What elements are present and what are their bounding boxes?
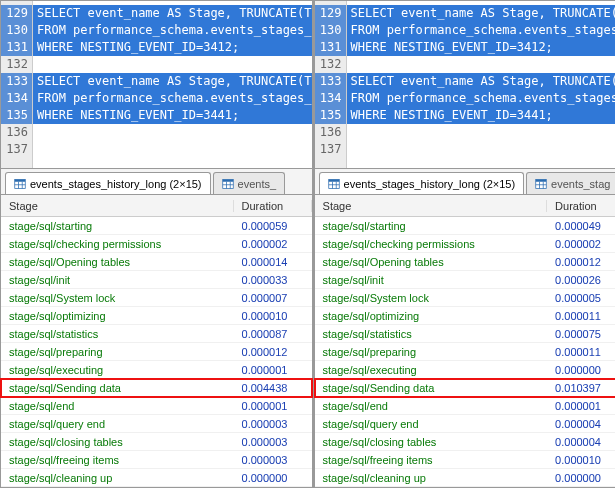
result-tab[interactable]: events_stages_history_long (2×15) [319, 172, 525, 194]
table-row[interactable]: stage/sql/optimizing0.000011 [315, 307, 615, 325]
result-tabs-left: events_stages_history_long (2×15)events_ [1, 169, 312, 195]
line-number: 130 [315, 22, 346, 39]
code-line[interactable] [33, 56, 312, 73]
code-line[interactable] [347, 56, 615, 73]
cell-stage: stage/sql/optimizing [315, 310, 548, 322]
cell-stage: stage/sql/freeing items [315, 454, 548, 466]
table-row[interactable]: stage/sql/init0.000026 [315, 271, 615, 289]
cell-duration: 0.000000 [547, 364, 615, 376]
table-icon [14, 178, 26, 190]
table-row[interactable]: stage/sql/freeing items0.000003 [1, 451, 312, 469]
table-row[interactable]: stage/sql/Sending data0.010397 [315, 379, 615, 397]
table-row[interactable]: stage/sql/starting0.000049 [315, 217, 615, 235]
code-area[interactable]: SELECT event_name AS Stage, TRUNCATE(TFR… [347, 1, 615, 168]
line-gutter: 129130131132133134135136137 [1, 1, 33, 168]
line-number: 134 [1, 90, 32, 107]
line-number: 132 [1, 56, 32, 73]
cell-duration: 0.000001 [234, 400, 312, 412]
cell-duration: 0.000010 [547, 454, 615, 466]
code-line[interactable]: SELECT event_name AS Stage, TRUNCATE(T [347, 73, 615, 90]
col-stage[interactable]: Stage [1, 200, 234, 212]
right-pane: 129130131132133134135136137 SELECT event… [313, 0, 615, 488]
table-row[interactable]: stage/sql/closing tables0.000003 [1, 433, 312, 451]
col-duration[interactable]: Duration [547, 200, 615, 212]
code-line[interactable]: WHERE NESTING_EVENT_ID=3441; [33, 107, 312, 124]
line-number: 129 [1, 5, 32, 22]
table-row[interactable]: stage/sql/checking permissions0.000002 [1, 235, 312, 253]
table-row[interactable]: stage/sql/statistics0.000075 [315, 325, 615, 343]
table-row[interactable]: stage/sql/end0.000001 [315, 397, 615, 415]
code-line[interactable]: SELECT event_name AS Stage, TRUNCATE(T [347, 5, 615, 22]
code-line[interactable]: WHERE NESTING_EVENT_ID=3412; [33, 39, 312, 56]
table-row[interactable]: stage/sql/init0.000033 [1, 271, 312, 289]
cell-stage: stage/sql/end [315, 400, 548, 412]
cell-duration: 0.000010 [234, 310, 312, 322]
svg-rect-11 [328, 179, 339, 181]
result-grid-left: Stage Duration stage/sql/starting0.00005… [1, 195, 312, 487]
table-row[interactable]: stage/sql/closing tables0.000004 [315, 433, 615, 451]
table-row[interactable]: stage/sql/cleaning up0.000000 [1, 469, 312, 487]
cell-duration: 0.000012 [547, 256, 615, 268]
table-row[interactable]: stage/sql/freeing items0.000010 [315, 451, 615, 469]
cell-duration: 0.000033 [234, 274, 312, 286]
code-line[interactable]: WHERE NESTING_EVENT_ID=3441; [347, 107, 615, 124]
grid-body[interactable]: stage/sql/starting0.000049stage/sql/chec… [315, 217, 615, 487]
code-line[interactable]: FROM performance_schema.events_stages_ [347, 90, 615, 107]
table-row[interactable]: stage/sql/Opening tables0.000014 [1, 253, 312, 271]
code-line[interactable] [33, 124, 312, 141]
code-line[interactable]: WHERE NESTING_EVENT_ID=3412; [347, 39, 615, 56]
cell-duration: 0.000003 [234, 454, 312, 466]
code-line[interactable]: FROM performance_schema.events_stages_ [33, 22, 312, 39]
table-row[interactable]: stage/sql/end0.000001 [1, 397, 312, 415]
table-row[interactable]: stage/sql/optimizing0.000010 [1, 307, 312, 325]
table-row[interactable]: stage/sql/Sending data0.004438 [1, 379, 312, 397]
sql-editor-right[interactable]: 129130131132133134135136137 SELECT event… [315, 1, 615, 169]
table-row[interactable]: stage/sql/executing0.000001 [1, 361, 312, 379]
result-tab[interactable]: events_stages_history_long (2×15) [5, 172, 211, 194]
table-row[interactable]: stage/sql/preparing0.000011 [315, 343, 615, 361]
col-duration[interactable]: Duration [234, 200, 312, 212]
line-number: 135 [315, 107, 346, 124]
cell-stage: stage/sql/preparing [315, 346, 548, 358]
table-row[interactable]: stage/sql/checking permissions0.000002 [315, 235, 615, 253]
line-number: 135 [1, 107, 32, 124]
table-row[interactable]: stage/sql/starting0.000059 [1, 217, 312, 235]
cell-duration: 0.004438 [234, 382, 312, 394]
code-line[interactable] [33, 141, 312, 158]
table-row[interactable]: stage/sql/System lock0.000005 [315, 289, 615, 307]
code-line[interactable] [347, 124, 615, 141]
grid-body[interactable]: stage/sql/starting0.000059stage/sql/chec… [1, 217, 312, 487]
cell-stage: stage/sql/preparing [1, 346, 234, 358]
result-tab[interactable]: events_ [213, 172, 286, 194]
table-row[interactable]: stage/sql/System lock0.000007 [1, 289, 312, 307]
table-row[interactable]: stage/sql/query end0.000003 [1, 415, 312, 433]
table-row[interactable]: stage/sql/executing0.000000 [315, 361, 615, 379]
code-line[interactable]: FROM performance_schema.events_stages_ [33, 90, 312, 107]
cell-duration: 0.000002 [547, 238, 615, 250]
code-line[interactable]: FROM performance_schema.events_stages_ [347, 22, 615, 39]
cell-duration: 0.000003 [234, 418, 312, 430]
col-stage[interactable]: Stage [315, 200, 548, 212]
table-row[interactable]: stage/sql/cleaning up0.000000 [315, 469, 615, 487]
table-row[interactable]: stage/sql/preparing0.000012 [1, 343, 312, 361]
cell-duration: 0.000075 [547, 328, 615, 340]
cell-stage: stage/sql/cleaning up [315, 472, 548, 484]
table-icon [222, 178, 234, 190]
code-line[interactable]: SELECT event_name AS Stage, TRUNCATE(T [33, 5, 312, 22]
cell-duration: 0.000059 [234, 220, 312, 232]
cell-duration: 0.000026 [547, 274, 615, 286]
sql-editor-left[interactable]: 129130131132133134135136137 SELECT event… [1, 1, 312, 169]
grid-header: Stage Duration [315, 195, 615, 217]
table-row[interactable]: stage/sql/statistics0.000087 [1, 325, 312, 343]
result-tab[interactable]: events_stag [526, 172, 615, 194]
code-area[interactable]: SELECT event_name AS Stage, TRUNCATE(TFR… [33, 1, 312, 168]
cell-stage: stage/sql/statistics [315, 328, 548, 340]
cell-stage: stage/sql/Opening tables [315, 256, 548, 268]
cell-duration: 0.000087 [234, 328, 312, 340]
code-line[interactable]: SELECT event_name AS Stage, TRUNCATE(T [33, 73, 312, 90]
table-row[interactable]: stage/sql/Opening tables0.000012 [315, 253, 615, 271]
table-row[interactable]: stage/sql/query end0.000004 [315, 415, 615, 433]
cell-stage: stage/sql/query end [315, 418, 548, 430]
cell-stage: stage/sql/query end [1, 418, 234, 430]
code-line[interactable] [347, 141, 615, 158]
